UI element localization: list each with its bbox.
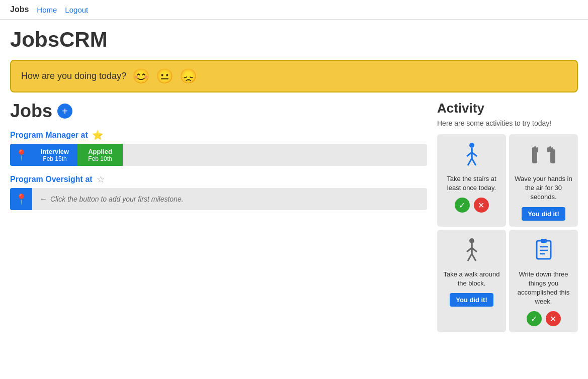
jobs-header: Jobs + <box>10 101 427 122</box>
activity-card-hands: Wave your hands in the air for 30 second… <box>509 134 578 227</box>
mood-question: How are you doing today? <box>21 71 126 81</box>
svg-rect-11 <box>551 147 553 152</box>
star-filled-icon[interactable]: ⭐ <box>92 130 103 141</box>
milestone-bar: 📍 Interview Feb 15th Applied Feb 10th <box>10 144 427 166</box>
activity-card-walk: Take a walk around the block. You did it… <box>437 230 506 333</box>
mood-happy[interactable]: 😊 <box>132 68 150 84</box>
job-entry: Program Manager at ⭐ 📍 Interview Feb 15t… <box>10 130 427 166</box>
activity-grid: Take the stairs at least once today. ✓ ✕ <box>437 134 578 332</box>
mood-sad[interactable]: 😞 <box>180 68 197 84</box>
job-title-link[interactable]: Program Manager at <box>10 131 88 140</box>
add-job-button[interactable]: + <box>57 104 72 119</box>
svg-point-0 <box>469 143 474 148</box>
walk-gray-icon <box>462 238 482 265</box>
svg-line-4 <box>468 158 472 165</box>
empty-milestone-message: ← Click the button to add your first mil… <box>32 188 184 210</box>
activity-card-stairs: Take the stairs at least once today. ✓ ✕ <box>437 134 506 227</box>
mood-banner: How are you doing today? 😊 😐 😞 <box>10 60 578 92</box>
star-empty-icon[interactable]: ☆ <box>97 174 105 185</box>
page-title: JobsCRM <box>0 20 588 56</box>
empty-milestone-text: Click the button to add your first miles… <box>50 195 184 203</box>
location-pin-icon: 📍 <box>15 193 28 205</box>
hands-icon <box>530 142 557 169</box>
activity-title: Activity <box>437 101 578 116</box>
interview-label: Interview <box>41 148 69 155</box>
svg-rect-8 <box>534 146 536 152</box>
check-button[interactable]: ✓ <box>455 198 470 213</box>
activity-card-clipboard-buttons: ✓ ✕ <box>527 311 561 326</box>
activity-card-hands-desc: Wave your hands in the air for 30 second… <box>514 174 573 202</box>
x-button-clipboard[interactable]: ✕ <box>546 311 561 326</box>
activity-subtitle: Here are some activities to try today! <box>437 119 578 127</box>
did-it-button-hands[interactable]: You did it! <box>522 207 565 221</box>
milestone-items: Interview Feb 15th Applied Feb 10th <box>32 144 427 166</box>
arrow-icon: ← <box>39 195 47 204</box>
activity-card-clipboard: Write down three things you accomplished… <box>509 230 578 333</box>
job-title-row: Program Manager at ⭐ <box>10 130 427 141</box>
svg-rect-12 <box>549 146 551 152</box>
navbar-home-link[interactable]: Home <box>37 6 57 14</box>
milestone-item-interview[interactable]: Interview Feb 15th <box>32 144 77 166</box>
main-layout: Jobs + Program Manager at ⭐ 📍 Interview … <box>0 101 588 332</box>
job-title-row: Program Oversight at ☆ <box>10 174 427 185</box>
svg-line-18 <box>468 254 472 261</box>
svg-line-19 <box>472 254 476 261</box>
activity-card-stairs-desc: Take the stairs at least once today. <box>442 174 501 193</box>
milestone-pin: 📍 <box>10 188 32 210</box>
activity-card-walk-desc: Take a walk around the block. <box>442 270 501 288</box>
jobs-section: Jobs + Program Manager at ⭐ 📍 Interview … <box>10 101 427 332</box>
milestone-item-applied[interactable]: Applied Feb 10th <box>77 144 123 166</box>
milestone-bar-empty: 📍 ← Click the button to add your first m… <box>10 188 427 210</box>
job-entry: Program Oversight at ☆ 📍 ← Click the but… <box>10 174 427 210</box>
applied-date: Feb 10th <box>88 155 112 162</box>
job-title-link[interactable]: Program Oversight at <box>10 175 93 184</box>
x-button[interactable]: ✕ <box>474 198 489 213</box>
svg-rect-13 <box>547 147 549 152</box>
svg-rect-21 <box>541 239 547 243</box>
interview-date: Feb 15th <box>43 155 66 162</box>
did-it-button-walk[interactable]: You did it! <box>450 293 493 307</box>
navbar-logout-link[interactable]: Logout <box>65 6 88 14</box>
activity-section: Activity Here are some activities to try… <box>437 101 578 332</box>
svg-rect-7 <box>532 147 534 152</box>
location-pin-icon: 📍 <box>15 149 28 161</box>
applied-label: Applied <box>88 148 112 155</box>
svg-point-14 <box>469 238 474 243</box>
mood-neutral[interactable]: 😐 <box>156 68 174 84</box>
svg-rect-9 <box>536 147 538 152</box>
walk-icon <box>462 142 482 169</box>
milestone-pin: 📍 <box>10 144 32 166</box>
clipboard-icon <box>534 238 554 265</box>
check-button-clipboard[interactable]: ✓ <box>527 311 542 326</box>
navbar-brand: Jobs <box>10 5 29 14</box>
jobs-section-title: Jobs <box>10 101 52 122</box>
navbar: Jobs Home Logout <box>0 0 588 20</box>
svg-line-5 <box>472 158 476 165</box>
activity-card-stairs-buttons: ✓ ✕ <box>455 198 489 213</box>
activity-card-clipboard-desc: Write down three things you accomplished… <box>514 270 573 307</box>
